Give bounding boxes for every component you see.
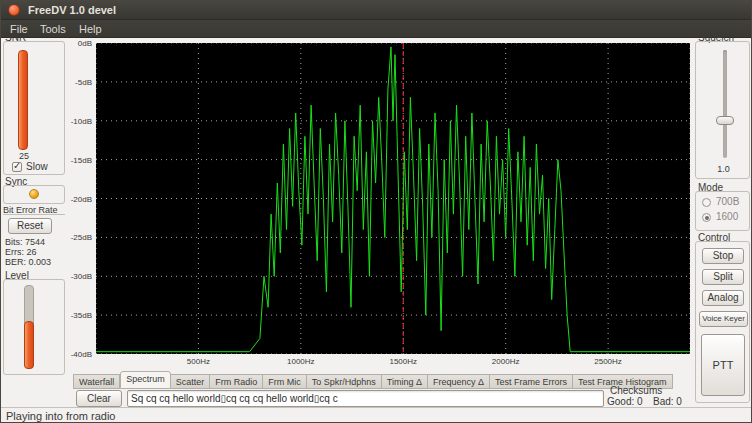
y-axis-label: 0dB	[78, 39, 92, 48]
control-groupbox: Stop Split Analog Voice Keyer PTT	[695, 241, 750, 403]
mode-groupbox: 700B 1600	[695, 191, 750, 231]
y-axis-label: -5dB	[75, 78, 92, 87]
spectrum-trace-svg	[96, 43, 690, 354]
tab-frm-mic[interactable]: Frm Mic	[263, 374, 307, 389]
clear-button[interactable]: Clear	[76, 390, 122, 407]
y-axis-label: -30dB	[71, 272, 92, 281]
y-axis-label: -20dB	[71, 195, 92, 204]
squelch-slider-handle[interactable]	[716, 116, 734, 125]
x-axis-labels: 500Hz1000Hz1500Hz2000Hz2500Hz	[96, 357, 690, 367]
tab-test-frame-errors[interactable]: Test Frame Errors	[490, 374, 573, 389]
errors-count: Errs: 26	[5, 247, 37, 257]
tab-frm-radio[interactable]: Frm Radio	[210, 374, 263, 389]
menu-tools[interactable]: Tools	[36, 22, 70, 36]
mode-700b-label: 700B	[716, 196, 739, 207]
tab-scatter[interactable]: Scatter	[171, 374, 211, 389]
analog-button[interactable]: Analog	[702, 290, 744, 306]
sync-led-indicator	[29, 189, 39, 199]
ptt-button[interactable]: PTT	[701, 334, 745, 396]
level-groupbox	[3, 279, 65, 375]
voice-keyer-text-input[interactable]	[127, 390, 604, 407]
checksums-bad: Bad: 0	[653, 396, 682, 407]
tab-bar: Waterfall Spectrum Scatter Frm Radio Frm…	[73, 371, 697, 389]
squelch-value: 1.0	[696, 164, 751, 174]
mode-radio-700b[interactable]	[702, 198, 711, 207]
bits-count: Bits: 7544	[5, 237, 45, 247]
tab-frequency-delta[interactable]: Frequency Δ	[428, 374, 490, 389]
checksums-good: Good: 0	[607, 396, 643, 407]
slow-checkbox[interactable]	[12, 162, 22, 172]
squelch-slider-groove	[723, 50, 727, 158]
y-axis-label: -35dB	[71, 311, 92, 320]
status-text: Playing into from radio	[6, 410, 115, 422]
spectrum-plot	[96, 43, 690, 354]
snr-groupbox: 25 Slow	[3, 41, 65, 175]
y-axis-labels: 0dB-5dB-10dB-15dB-20dB-25dB-30dB-35dB-40…	[67, 43, 94, 354]
split-button[interactable]: Split	[702, 269, 744, 285]
tab-waterfall[interactable]: Waterfall	[73, 374, 120, 389]
statusbar: Playing into from radio	[1, 407, 752, 423]
voice-keyer-button[interactable]: Voice Keyer	[699, 311, 748, 327]
titlebar: FreeDV 1.0 devel	[1, 1, 752, 20]
mode-1600-label: 1600	[716, 211, 738, 222]
tab-timing-delta[interactable]: Timing Δ	[382, 374, 428, 389]
ber-value: BER: 0.003	[5, 257, 51, 267]
x-axis-label: 1500Hz	[383, 357, 423, 366]
snr-value: 25	[4, 151, 44, 161]
x-axis-label: 500Hz	[178, 357, 218, 366]
stop-button[interactable]: Stop	[702, 248, 744, 264]
mode-radio-1600[interactable]	[702, 213, 711, 222]
y-axis-label: -15dB	[71, 156, 92, 165]
x-axis-label: 1000Hz	[281, 357, 321, 366]
y-axis-label: -25dB	[71, 233, 92, 242]
level-meter-fill	[24, 321, 34, 369]
x-axis-label: 2500Hz	[588, 357, 628, 366]
sync-groupbox	[3, 185, 65, 204]
ber-groupbox: Reset Bits: 7544 Errs: 26 BER: 0.003	[3, 214, 65, 268]
window-title: FreeDV 1.0 devel	[28, 4, 116, 16]
checksums-label: Checksums	[610, 385, 662, 396]
freedv-window: FreeDV 1.0 devel File Tools Help SNR 25 …	[0, 0, 752, 423]
close-button[interactable]	[8, 4, 20, 16]
reset-button[interactable]: Reset	[8, 218, 52, 234]
menubar: File Tools Help	[1, 20, 752, 38]
slow-label: Slow	[26, 161, 48, 172]
tab-to-spkr-hdphns[interactable]: To Spkr/Hdphns	[307, 374, 382, 389]
tab-spectrum[interactable]: Spectrum	[120, 371, 171, 389]
menu-help[interactable]: Help	[75, 22, 106, 36]
x-axis-label: 2000Hz	[486, 357, 526, 366]
snr-gauge	[18, 50, 28, 150]
y-axis-label: -40dB	[71, 350, 92, 359]
y-axis-label: -10dB	[71, 117, 92, 126]
level-meter	[24, 285, 34, 369]
squelch-groupbox: 1.0	[695, 41, 750, 179]
